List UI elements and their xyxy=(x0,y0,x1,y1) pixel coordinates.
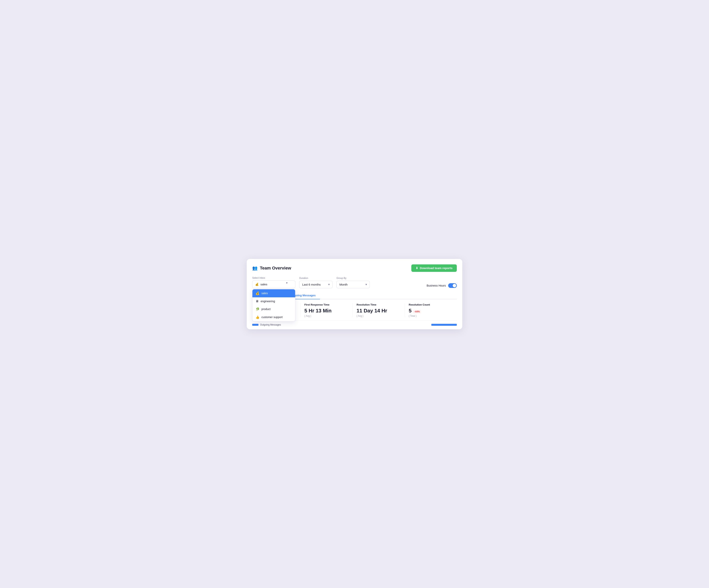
inbox-select-wrapper: 💰 sales ▼ 💰 sales 🖥 engineering xyxy=(252,280,295,288)
group-by-select[interactable]: Month Week Day xyxy=(337,281,370,288)
engineering-icon: 🖥 xyxy=(256,300,259,303)
duration-label: Duration xyxy=(299,277,333,280)
title-group: 👥 Team Overview xyxy=(252,265,291,271)
metric-first-response-time-value-row: 5 Hr 13 Min xyxy=(304,308,348,314)
page-title: Team Overview xyxy=(260,265,291,271)
controls-row: Select Inbox 💰 sales ▼ 💰 sales xyxy=(252,277,457,288)
inbox-option-customer-support-label: customer support xyxy=(261,315,283,319)
metric-resolution-count: Resolution Count 5 -44% ( Total ) xyxy=(405,303,457,317)
duration-control-group: Duration Last 6 months Last 3 months Las… xyxy=(299,277,333,288)
inbox-selected-label: sales xyxy=(260,283,267,286)
business-hours-label: Business Hours xyxy=(427,284,446,287)
card-header: 👥 Team Overview ⬇ Download team reports xyxy=(252,264,457,272)
inbox-option-product[interactable]: 🥬 product xyxy=(253,305,295,313)
outer-background: 👥 Team Overview ⬇ Download team reports … xyxy=(0,0,709,588)
metric-resolution-time-value-row: 11 Day 14 Hr xyxy=(357,308,401,314)
metric-resolution-time-sub: ( Avg ) xyxy=(357,314,401,317)
customer-support-icon: 👍 xyxy=(256,315,259,319)
metric-first-response-time: First Response Time 5 Hr 13 Min ( Avg ) xyxy=(300,303,352,317)
inbox-option-engineering[interactable]: 🖥 engineering xyxy=(253,297,295,305)
inbox-control-group: Select Inbox 💰 sales ▼ 💰 sales xyxy=(252,277,295,288)
metric-first-response-time-sub: ( Avg ) xyxy=(304,314,348,317)
chart-legend-row: Outgoing Messages xyxy=(252,321,457,326)
metric-first-response-time-title: First Response Time xyxy=(304,303,348,306)
duration-select-wrapper: Last 6 months Last 3 months Last month L… xyxy=(299,281,333,288)
metric-resolution-count-value: 5 xyxy=(409,308,412,314)
inbox-chevron-icon: ▼ xyxy=(286,281,288,284)
inbox-option-engineering-label: engineering xyxy=(261,300,275,303)
inbox-select-display[interactable]: 💰 sales ▼ xyxy=(252,280,295,288)
business-hours-toggle[interactable] xyxy=(448,283,457,288)
business-hours-group: Business Hours xyxy=(427,283,457,288)
inbox-option-sales-label: sales xyxy=(261,292,268,295)
metric-resolution-time-title: Resolution Time xyxy=(357,303,401,306)
chart-bar-partial xyxy=(431,324,457,326)
inbox-option-sales[interactable]: 💰 sales xyxy=(253,289,295,297)
team-overview-icon: 👥 xyxy=(252,265,258,271)
card-bottom-padding xyxy=(252,326,457,329)
inbox-label: Select Inbox xyxy=(252,277,295,279)
metric-resolution-count-title: Resolution Count xyxy=(409,303,453,306)
group-by-control-group: Group By Month Week Day ▼ xyxy=(337,277,370,288)
metric-resolution-count-badge: -44% xyxy=(413,310,421,313)
duration-select[interactable]: Last 6 months Last 3 months Last month L… xyxy=(299,281,333,288)
sales-icon: 💰 xyxy=(256,291,259,295)
toggle-knob xyxy=(453,284,456,287)
metric-resolution-time: Resolution Time 11 Day 14 Hr ( Avg ) xyxy=(353,303,405,317)
group-by-select-wrapper: Month Week Day ▼ xyxy=(337,281,370,288)
product-icon: 🥬 xyxy=(256,307,259,311)
legend-bar-outgoing xyxy=(252,324,259,326)
inbox-dropdown: 💰 sales 🖥 engineering 🥬 product 👍 xyxy=(252,289,295,322)
inbox-option-product-label: product xyxy=(261,308,271,311)
inbox-selected-icon: 💰 xyxy=(255,283,259,286)
main-card: 👥 Team Overview ⬇ Download team reports … xyxy=(247,259,462,329)
legend-label-outgoing: Outgoing Messages xyxy=(260,324,281,326)
inbox-option-customer-support[interactable]: 👍 customer support xyxy=(253,313,295,321)
metric-first-response-time-value: 5 Hr 13 Min xyxy=(304,308,332,314)
metric-resolution-time-value: 11 Day 14 Hr xyxy=(357,308,387,314)
metric-resolution-count-value-row: 5 -44% xyxy=(409,308,453,314)
download-icon: ⬇ xyxy=(416,266,418,270)
metric-resolution-count-sub: ( Total ) xyxy=(409,314,453,317)
download-button-label: Download team reports xyxy=(420,266,452,270)
download-team-reports-button[interactable]: ⬇ Download team reports xyxy=(411,264,457,272)
group-by-label: Group By xyxy=(337,277,370,280)
